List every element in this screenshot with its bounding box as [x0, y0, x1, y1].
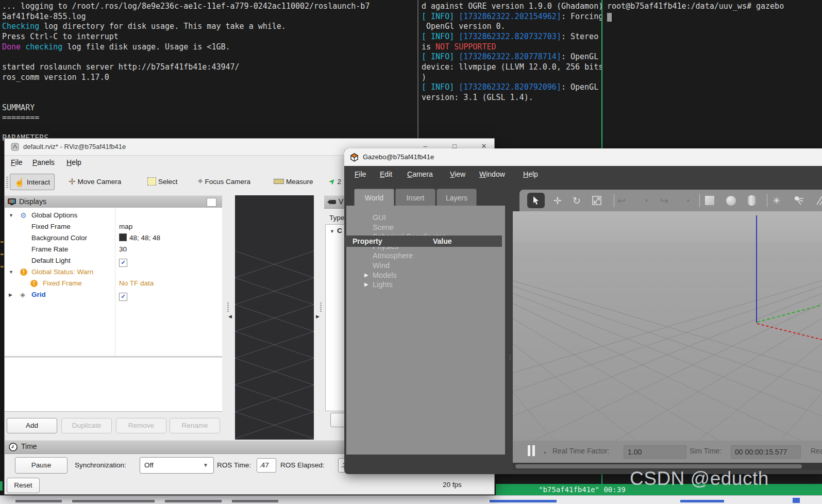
terminal-line: [ INFO] [1732862322.820778714]: OpenGL	[422, 52, 602, 62]
property-value[interactable]: ✓	[119, 255, 127, 267]
tab-layers[interactable]: Layers	[437, 189, 477, 207]
rviz-3d-viewport[interactable]	[235, 195, 314, 440]
menu-help[interactable]: Help	[523, 170, 538, 178]
step-dot	[544, 452, 546, 453]
collapse-left-arrow-icon[interactable]: ◀	[228, 314, 232, 319]
property-value[interactable]: ✓	[119, 289, 127, 301]
warning-icon: !	[30, 280, 38, 287]
views-panel-header[interactable]: V	[324, 195, 346, 209]
terminal-left-pane[interactable]: ... logging to /root/.ros/log/8e9e236c-a…	[2, 2, 417, 143]
menu-file[interactable]: File	[11, 158, 23, 166]
toolbar-cursor-arrow-icon[interactable]	[527, 193, 545, 208]
gazebo-splitter[interactable]: ⋮	[505, 183, 513, 468]
checkbox-checked[interactable]: ✓	[119, 293, 127, 301]
menu-edit[interactable]: Edit	[380, 170, 392, 178]
time-panel-title: Time	[21, 442, 37, 450]
world-item-lights[interactable]: Lights	[373, 280, 393, 289]
terminal-middle-pane[interactable]: d against OGRE version 1.9.0 (Ghadamon)[…	[422, 2, 602, 103]
color-swatch[interactable]	[119, 233, 127, 241]
toolbar-directional-light-icon[interactable]	[816, 193, 822, 208]
terminal-line	[2, 82, 417, 93]
tree-row-fixed-frame[interactable]: !Fixed FrameNo TF data	[5, 278, 222, 289]
tool-move-camera[interactable]: ✛Move Camera	[69, 174, 121, 189]
property-label: Background Color	[31, 232, 87, 244]
add-button[interactable]: Add	[7, 418, 57, 433]
toolbar-redo-caret-icon[interactable]: ▾	[687, 193, 690, 208]
tree-row-global-status-warn[interactable]: ▼!Global Status: Warn	[5, 266, 222, 278]
tool-interact[interactable]: ☝Interact	[10, 174, 55, 190]
tree-row-frame-rate[interactable]: Frame Rate30	[5, 244, 222, 255]
tool-label: Interact	[27, 178, 50, 186]
tree-row-fixed-frame[interactable]: Fixed Framemap	[5, 221, 222, 232]
tree-row-grid[interactable]: ▶◈Grid✓	[5, 289, 222, 300]
toolbar-sphere-icon[interactable]	[726, 193, 736, 208]
property-label: Fixed Frame	[31, 221, 71, 232]
expander-down-icon[interactable]: ▼	[9, 266, 13, 278]
toolbar-redo-icon[interactable]: ↪	[660, 193, 668, 208]
tree-row-background-color[interactable]: Background Color48; 48; 48	[5, 232, 222, 244]
toolbar-translate-icon[interactable]: ✛	[553, 193, 562, 208]
expander-right-icon[interactable]: ▶	[9, 289, 12, 300]
world-item-models[interactable]: Models	[373, 271, 397, 280]
menu-file[interactable]: File	[355, 170, 366, 178]
tab-world[interactable]: World	[354, 189, 394, 207]
tool-2[interactable]: ➤2	[329, 174, 341, 189]
property-label: Global Options	[31, 210, 77, 221]
toolbar-point-light-icon[interactable]: ☀	[772, 193, 781, 208]
gazebo-titlebar[interactable]: Gazebo@b75af41fb41e	[344, 148, 822, 166]
pause-icon[interactable]	[532, 445, 535, 456]
expander-down-icon[interactable]: ▼	[330, 229, 334, 234]
splitter-handle[interactable]	[227, 301, 229, 313]
world-item-gui[interactable]: GUI	[373, 213, 386, 222]
tool-focus-camera[interactable]: ⌖Focus Camera	[198, 174, 250, 189]
views-list[interactable]: ▼ C	[325, 224, 347, 411]
tree-row-default-light[interactable]: Default Light✓	[5, 255, 222, 266]
toolbar-cylinder-icon[interactable]	[748, 193, 756, 208]
world-item-wind[interactable]: Wind	[373, 261, 390, 270]
sim-time-field: 00 00:00:15.577	[731, 445, 801, 459]
reset-button[interactable]: Reset	[7, 478, 40, 493]
toolbar-drag-handle[interactable]	[6, 176, 8, 188]
clipped-link	[490, 500, 557, 502]
expander-right-icon[interactable]: ▶	[364, 272, 368, 278]
property-value[interactable]: map	[119, 221, 132, 232]
menu-window[interactable]: Window	[479, 170, 505, 178]
gazebo-app-icon	[349, 152, 359, 162]
displays-panel-header[interactable]: Displays	[5, 195, 222, 209]
checkbox-checked[interactable]: ✓	[119, 259, 127, 267]
toolbar-rotate-icon[interactable]: ↻	[573, 193, 581, 208]
views-current-view[interactable]: C	[337, 227, 342, 234]
tool-measure[interactable]: Measure	[274, 174, 313, 189]
menu-help[interactable]: Help	[66, 158, 81, 166]
splitter-handle[interactable]	[320, 301, 322, 313]
property-value[interactable]: 48; 48; 48	[119, 232, 160, 244]
expander-right-icon[interactable]: ▶	[364, 281, 368, 287]
world-item-atmosphere[interactable]: Atmosphere	[373, 251, 413, 260]
tab-insert[interactable]: Insert	[395, 189, 435, 207]
toolbar-box-icon[interactable]	[705, 193, 714, 208]
gazebo-3d-viewport[interactable]	[513, 211, 822, 441]
toolbar-undo-caret-icon[interactable]: ▾	[645, 193, 648, 208]
toolbar-scale-icon[interactable]	[592, 193, 602, 208]
ros-time-field[interactable]: .47	[257, 458, 276, 473]
terminal-right-pane[interactable]: root@b75af41fb41e:/data/uuv_ws# gazebo	[607, 2, 822, 12]
menu-camera[interactable]: Camera	[407, 170, 433, 178]
world-item-scene[interactable]: Scene	[373, 223, 394, 232]
toolbar-spot-light-icon[interactable]	[794, 193, 804, 208]
pause-button[interactable]: Pause	[15, 457, 68, 474]
tool-select[interactable]: Select	[147, 174, 178, 189]
property-value[interactable]: 30	[119, 244, 127, 255]
menu-panels[interactable]: Panels	[32, 158, 55, 166]
tree-row-global-options[interactable]: ▼⚙Global Options	[5, 210, 222, 221]
collapse-right-arrow-icon[interactable]: ▶	[316, 314, 320, 319]
toolbar-undo-icon[interactable]: ↩	[617, 193, 626, 208]
pause-icon[interactable]	[528, 445, 530, 456]
tmux-status-text: "b75af41fb41e" 00:39	[539, 484, 626, 496]
panel-undock-button[interactable]	[207, 198, 216, 207]
views-type-label: Type	[329, 214, 344, 222]
menu-view[interactable]: View	[450, 170, 465, 178]
expander-down-icon[interactable]: ▼	[9, 210, 13, 221]
displays-tree[interactable]: ▼⚙Global OptionsFixed FramemapBackground…	[5, 208, 222, 357]
sync-dropdown[interactable]: Off ▼	[140, 457, 214, 474]
property-value[interactable]: No TF data	[119, 278, 154, 289]
